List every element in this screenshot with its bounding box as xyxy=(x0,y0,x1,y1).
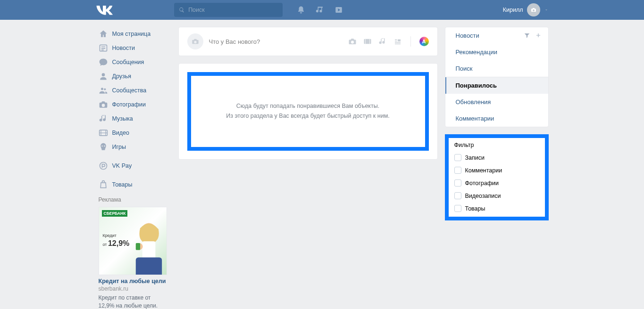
user-menu[interactable]: Кирилл xyxy=(503,3,549,16)
ad-description: Кредит по ставке от 12,9% на любые цели. xyxy=(99,294,168,309)
ad-brand-badge: СБЕРБАНК xyxy=(102,210,128,217)
nav-games[interactable]: Игры xyxy=(96,140,171,154)
music-icon[interactable] xyxy=(316,6,324,14)
checkbox[interactable] xyxy=(454,192,461,199)
tab-comments[interactable]: Комментарии xyxy=(445,110,548,127)
checkbox[interactable] xyxy=(454,167,461,174)
chevron-down-icon xyxy=(544,8,549,12)
filter-videos[interactable]: Видеозаписи xyxy=(449,189,545,202)
ad-person-illustration xyxy=(126,220,167,275)
camera-icon xyxy=(530,7,537,13)
video-play-icon[interactable] xyxy=(335,6,343,14)
search-icon xyxy=(179,7,185,13)
checkbox[interactable] xyxy=(454,179,461,187)
left-sidebar: Моя страница Новости Сообщения Друзья Со… xyxy=(96,27,171,309)
filter-comments[interactable]: Комментарии xyxy=(449,164,545,177)
liked-empty-state-card: Сюда будут попадать понравившиеся Вам об… xyxy=(178,63,438,160)
tab-liked[interactable]: Понравилось xyxy=(445,77,548,94)
ad-title[interactable]: Кредит на любые цели xyxy=(99,278,168,285)
composer-placeholder[interactable]: Что у Вас нового? xyxy=(209,38,343,45)
nav-friends[interactable]: Друзья xyxy=(96,69,171,83)
group-icon xyxy=(99,86,108,95)
svg-point-4 xyxy=(104,88,106,90)
music-icon xyxy=(99,114,108,123)
video-icon xyxy=(99,128,108,138)
nav-video[interactable]: Видео xyxy=(96,126,171,140)
username-label: Кирилл xyxy=(503,7,523,13)
ad-domain: sberbank.ru xyxy=(99,285,168,292)
nav-photos[interactable]: Фотографии xyxy=(96,98,171,112)
game-icon xyxy=(99,142,108,152)
camera-icon xyxy=(99,100,108,109)
highlighted-empty-message: Сюда будут попадать понравившиеся Вам об… xyxy=(187,72,429,151)
nav-vkpay[interactable]: VK Pay xyxy=(96,159,171,173)
svg-rect-12 xyxy=(364,39,371,44)
plus-icon[interactable] xyxy=(535,32,542,39)
nav-groups[interactable]: Сообщества xyxy=(96,83,171,98)
empty-line-2: Из этого раздела у Вас всегда будет быст… xyxy=(201,111,416,121)
filter-icon[interactable] xyxy=(524,32,530,39)
svg-point-2 xyxy=(101,73,105,76)
right-sidebar: Новости Рекомендации Поиск Понравилось О… xyxy=(445,27,549,309)
user-icon xyxy=(99,72,108,81)
filter-panel: Фильтр Записи Комментарии Фотографии Вид… xyxy=(445,134,549,220)
tab-search[interactable]: Поиск xyxy=(445,60,548,77)
checkbox[interactable] xyxy=(454,154,461,161)
home-icon xyxy=(99,29,108,39)
tab-recommendations[interactable]: Рекомендации xyxy=(445,44,548,60)
svg-rect-9 xyxy=(135,257,161,275)
filter-title: Фильтр xyxy=(449,138,545,151)
top-header: Кирилл xyxy=(0,0,644,20)
nav-market[interactable]: Товары xyxy=(96,178,171,192)
post-composer[interactable]: Что у Вас нового? A xyxy=(178,27,438,56)
svg-point-6 xyxy=(100,163,107,170)
ad-section-label: Реклама xyxy=(99,196,171,203)
attach-photo-icon[interactable] xyxy=(348,37,357,46)
composer-attachments: A xyxy=(348,36,429,47)
filter-photos[interactable]: Фотографии xyxy=(449,177,545,189)
search-input[interactable] xyxy=(188,7,277,13)
composer-avatar xyxy=(187,33,203,49)
svg-point-3 xyxy=(101,88,103,90)
empty-line-1: Сюда будут попадать понравившиеся Вам об… xyxy=(201,101,416,111)
main-content: Что у Вас нового? A Сюда будут попадать … xyxy=(178,27,438,309)
ad-image: СБЕРБАНК Кредит от 12,9% xyxy=(99,207,167,275)
avatar xyxy=(527,3,540,16)
checkbox[interactable] xyxy=(454,205,461,212)
ad-rate-text: Кредит от 12,9% xyxy=(103,233,130,248)
feed-tabs-box: Новости Рекомендации Поиск Понравилось О… xyxy=(445,27,549,127)
svg-rect-8 xyxy=(142,241,155,259)
nav-music[interactable]: Музыка xyxy=(96,112,171,126)
attach-article-icon[interactable] xyxy=(393,37,402,46)
vk-logo-icon[interactable] xyxy=(96,4,113,16)
header-nav-icons xyxy=(297,6,343,14)
attach-video-icon[interactable] xyxy=(363,37,372,46)
nav-my-page[interactable]: Моя страница xyxy=(96,27,171,41)
camera-icon xyxy=(191,38,200,45)
svg-rect-11 xyxy=(135,243,140,250)
divider xyxy=(410,36,411,47)
filter-market[interactable]: Товары xyxy=(449,202,545,217)
nav-news[interactable]: Новости xyxy=(96,41,171,55)
ad-block[interactable]: СБЕРБАНК Кредит от 12,9% Кредит на любые… xyxy=(96,207,171,309)
pay-icon xyxy=(99,161,108,171)
ai-assistant-icon[interactable]: A xyxy=(419,37,429,46)
message-icon xyxy=(99,57,108,67)
bag-icon xyxy=(99,180,108,189)
notifications-icon[interactable] xyxy=(297,6,305,14)
search-box[interactable] xyxy=(174,3,283,17)
attach-music-icon[interactable] xyxy=(378,37,387,46)
nav-messages[interactable]: Сообщения xyxy=(96,55,171,69)
tab-updates[interactable]: Обновления xyxy=(445,94,548,110)
filter-posts[interactable]: Записи xyxy=(449,151,545,164)
tab-news[interactable]: Новости xyxy=(445,27,548,44)
news-icon xyxy=(99,43,108,53)
